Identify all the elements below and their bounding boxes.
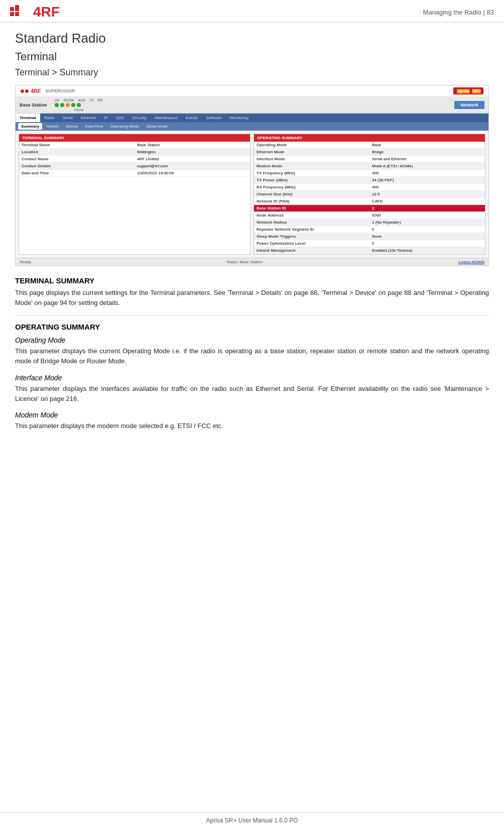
interface-mode-text: This parameter displays the Interfaces a… <box>15 384 489 404</box>
supervisor-header: 4RF SUPERVISOR Aprisa SR+ <box>16 85 488 97</box>
status-labels: OK MODE AUX TX RX <box>55 98 103 102</box>
table-row: Node Address 0000 <box>254 212 485 219</box>
sleep-triggers-value: None <box>369 233 485 240</box>
station-label: Base Station <box>20 102 47 108</box>
table-row: Contact Details support@4rf.com <box>19 163 250 170</box>
sub-tab-datetime[interactable]: Date/Time <box>82 123 106 130</box>
sub-tab-details[interactable]: Details <box>43 123 61 130</box>
table-row: TX Frequency (MHz) 400 <box>254 170 485 177</box>
sub-tab-device[interactable]: Device <box>63 123 81 130</box>
operating-summary-panel: OPERATING SUMMARY Operating Mode Base Et… <box>254 134 485 255</box>
supervisor-label: SUPERVISOR <box>45 88 75 93</box>
title-standard-radio: Standard Radio <box>15 31 489 46</box>
svg-rect-1 <box>15 5 19 11</box>
sleep-triggers-label: Sleep Mode Triggers <box>254 233 369 240</box>
repeater-seg-label: Repeater Network Segment ID <box>254 226 369 233</box>
operating-summary-section: OPERATING SUMMARY Operating Mode This pa… <box>15 323 489 431</box>
nav-tab-monitoring[interactable]: Monitoring <box>226 114 253 122</box>
supervisor-logo-dots <box>21 89 29 93</box>
net-radius-label: Network Radius <box>254 219 369 226</box>
network-tab-btn[interactable]: Network <box>454 101 484 109</box>
nav-tab-radio[interactable]: Radio <box>40 114 59 122</box>
nav-tab-maintenance[interactable]: Maintenance <box>151 114 182 122</box>
modem-mode-value: Mode A (ETSI / ACMA) <box>369 163 485 170</box>
net-radius-value: 1 (No Repeater) <box>369 219 485 226</box>
footer-text: Aprisa SR+ User Manual 1.6.0 PO <box>206 817 298 824</box>
table-row: Modem Mode Mode A (ETSI / ACMA) <box>254 163 485 170</box>
tx-power-value: 34 (38 PEP) <box>369 177 485 184</box>
contact-details-label: Contact Details <box>19 163 135 170</box>
inband-mgmt-label: Inband Management <box>254 247 369 254</box>
sub-tab-sleep-mode[interactable]: Sleep Mode <box>143 123 171 130</box>
nav-tab-ip[interactable]: IP <box>100 114 112 122</box>
table-row: Inband Management Enabled (10s Timeout) <box>254 247 485 254</box>
network-id-value: CAFE <box>369 198 485 205</box>
nav-tab-security[interactable]: Security <box>128 114 151 122</box>
table-row: TX Power (dBm) 34 (38 PEP) <box>254 177 485 184</box>
tx-power-label: TX Power (dBm) <box>254 177 369 184</box>
table-row: Base Station ID 2 <box>254 205 485 212</box>
nav-tab-terminal[interactable]: Terminal <box>16 114 40 122</box>
station-bar: Base Station OK MODE AUX TX RX Status <box>16 97 488 114</box>
terminal-summary-panel: TERMINAL SUMMARY Terminal Name Base Stat… <box>19 134 250 255</box>
table-row: Sleep Mode Triggers None <box>254 233 485 240</box>
terminal-summary-text: This page displays the current settings … <box>15 288 489 308</box>
inband-mgmt-value: Enabled (10s Timeout) <box>369 247 485 254</box>
nav-tab-events[interactable]: Events <box>182 114 202 122</box>
status-light-ok <box>55 103 59 107</box>
terminal-name-label: Terminal Name <box>19 142 135 149</box>
power-opt-value: 5 <box>369 240 485 247</box>
iface-mode-value: Serial and Ethernet <box>369 156 485 163</box>
status-light-aux <box>66 103 70 107</box>
table-row: Contact Name 4RF Limited <box>19 156 250 163</box>
logo-dot-1 <box>21 89 24 93</box>
eth-mode-label: Ethernet Mode <box>254 149 369 156</box>
table-row: Terminal Name Base Station <box>19 142 250 149</box>
channel-size-label: Channel Size (kHz) <box>254 191 369 198</box>
operating-mode-text: This parameter displays the current Oper… <box>15 346 489 366</box>
modem-mode-text: This parameter displays the modem mode s… <box>15 421 489 431</box>
aprisa-sr-badge: SR+ <box>472 89 481 93</box>
logo-area: 4RF <box>10 4 60 20</box>
node-addr-label: Node Address <box>254 212 369 219</box>
op-mode-label: Operating Mode <box>254 142 369 149</box>
table-row: Interface Mode Serial and Ethernet <box>254 156 485 163</box>
datetime-value: 10/05/2015 19:40:09 <box>135 170 250 177</box>
table-row: Channel Size (kHz) 12.5 <box>254 191 485 198</box>
page-footer: Aprisa SR+ User Manual 1.6.0 PO <box>0 812 504 824</box>
nav-tab-ethernet[interactable]: Ethernet <box>77 114 100 122</box>
channel-size-value: 12.5 <box>369 191 485 198</box>
logo-icon <box>10 5 29 19</box>
divider-1 <box>15 315 489 316</box>
table-row: RX Frequency (MHz) 400 <box>254 184 485 191</box>
sub-tabs-row: Summary Details Device Date/Time Operati… <box>16 122 488 131</box>
table-row: Network ID (PAN) CAFE <box>254 198 485 205</box>
table-row: Network Radius 1 (No Repeater) <box>254 219 485 226</box>
table-row: Operating Mode Base <box>254 142 485 149</box>
sub-tab-summary[interactable]: Summary <box>18 123 42 130</box>
status-section-label: Status <box>55 108 103 112</box>
nav-tab-software[interactable]: Software <box>202 114 226 122</box>
contact-name-value: 4RF Limited <box>135 156 250 163</box>
operating-summary-heading: OPERATING SUMMARY <box>15 323 489 331</box>
nav-tab-qos[interactable]: QoS <box>112 114 128 122</box>
table-row: Repeater Network Segment ID 0 <box>254 226 485 233</box>
iface-mode-label: Interface Mode <box>254 156 369 163</box>
breadcrumb: Terminal > Summary <box>15 67 489 78</box>
rx-freq-value: 400 <box>369 184 485 191</box>
table-row: Power Optimization Level 5 <box>254 240 485 247</box>
sub-tab-operating-mode[interactable]: Operating Mode <box>107 123 142 130</box>
base-station-id-value: 2 <box>369 205 485 212</box>
svg-rect-3 <box>15 12 19 16</box>
logout-link[interactable]: Logout ADMIN <box>458 260 484 264</box>
terminal-name-value: Base Station <box>135 142 250 149</box>
aprisa-badge: Aprisa SR+ <box>453 87 483 94</box>
contact-details-value: support@4rf.com <box>135 163 250 170</box>
status-light-mode <box>60 103 64 107</box>
operating-panel-header: OPERATING SUMMARY <box>254 134 485 142</box>
terminal-summary-section: TERMINAL SUMMARY This page displays the … <box>15 276 489 308</box>
nav-tab-serial[interactable]: Serial <box>59 114 77 122</box>
terminal-panel-header: TERMINAL SUMMARY <box>19 134 250 142</box>
op-mode-value: Base <box>369 142 485 149</box>
location-label: Location <box>19 149 135 156</box>
